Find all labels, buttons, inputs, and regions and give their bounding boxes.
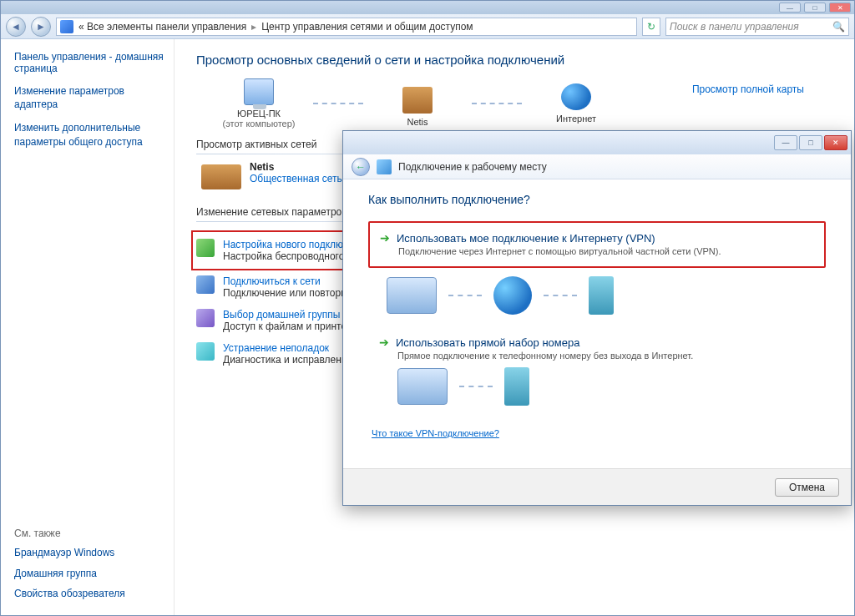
- dialog-question: Как выполнить подключение?: [368, 193, 826, 206]
- graphic-server-icon: [589, 276, 614, 315]
- search-placeholder: Поиск в панели управления: [670, 21, 799, 33]
- router-icon: [402, 87, 433, 114]
- nav-forward-button[interactable]: ►: [31, 17, 51, 37]
- network-map: ЮРЕЦ-ПК (этот компьютер) Netis Интернет: [213, 78, 622, 129]
- option-dial-title: Использовать прямой набор номера: [396, 336, 579, 349]
- dialog-title: Подключение к рабочему месту: [398, 161, 547, 173]
- network-map-row: ЮРЕЦ-ПК (этот компьютер) Netis Интернет …: [196, 78, 837, 132]
- dialog-maximize-button[interactable]: □: [799, 135, 822, 150]
- pc-sub: (этот компьютер): [222, 119, 295, 129]
- refresh-button[interactable]: ↻: [642, 18, 660, 36]
- sidebar-sharing-link[interactable]: Изменить дополнительные параметры общего…: [14, 121, 165, 148]
- map-link-line-2: [472, 103, 522, 104]
- option-use-vpn[interactable]: ➔ Использовать мое подключение к Интерне…: [368, 221, 826, 268]
- arrow-icon: ➔: [379, 336, 389, 349]
- sidebar-footer: См. также Брандмауэр Windows Домашняя гр…: [14, 528, 165, 607]
- option-vpn-title: Использовать мое подключение к Интернету…: [397, 232, 655, 245]
- breadcrumb-icon: [60, 20, 73, 33]
- node-router: Netis: [372, 80, 463, 127]
- breadcrumb[interactable]: « Все элементы панели управления ▸ Центр…: [56, 18, 637, 36]
- active-net-name: Netis: [250, 161, 342, 173]
- graphic-dash-icon: [459, 386, 493, 387]
- sidebar-ie-options-link[interactable]: Свойства обозревателя: [14, 587, 165, 600]
- dialog-body: Как выполнить подключение? ➔ Использоват…: [343, 179, 851, 448]
- dialog-footer: Отмена: [343, 468, 851, 505]
- sidebar-home-link[interactable]: Панель управления - домашняя страница: [14, 51, 165, 74]
- dialog-close-button[interactable]: ✕: [824, 135, 847, 150]
- option-direct-dial[interactable]: ➔ Использовать прямой набор номера Прямо…: [368, 326, 826, 417]
- graphic-server-icon: [504, 367, 529, 406]
- internet-label: Интернет: [556, 114, 596, 124]
- breadcrumb-separator-icon: ▸: [248, 21, 260, 33]
- what-is-vpn-link[interactable]: Что такое VPN-подключение?: [372, 428, 499, 438]
- view-full-map-link[interactable]: Просмотр полной карты: [692, 83, 804, 95]
- arrow-icon: ➔: [380, 231, 390, 245]
- option-vpn-desc: Подключение через Интернет с помощью вир…: [398, 246, 814, 256]
- graphic-dash-icon: [448, 295, 482, 296]
- breadcrumb-parent[interactable]: « Все элементы панели управления: [78, 21, 246, 33]
- pc-icon: [244, 78, 274, 105]
- new-connection-icon: [196, 239, 215, 257]
- sidebar: Панель управления - домашняя страница Из…: [1, 39, 175, 615]
- dialog-minimize-button[interactable]: —: [774, 135, 797, 150]
- vpn-graphic: [387, 276, 826, 315]
- page-title: Просмотр основных сведений о сети и наст…: [196, 53, 837, 67]
- bench-icon: [201, 164, 241, 189]
- sidebar-footer-header: См. также: [14, 528, 165, 539]
- connect-network-icon: [196, 275, 215, 294]
- workplace-connection-dialog: — □ ✕ ← Подключение к рабочему месту Как…: [342, 130, 852, 506]
- troubleshoot-icon: [196, 342, 215, 361]
- dialog-header: ← Подключение к рабочему месту: [343, 154, 851, 179]
- node-this-pc: ЮРЕЦ-ПК (этот компьютер): [213, 78, 305, 129]
- graphic-pc-icon: [387, 277, 437, 314]
- outer-close-button[interactable]: ✕: [829, 3, 851, 13]
- sidebar-adapter-link[interactable]: Изменение параметров адаптера: [14, 84, 165, 111]
- search-icon: 🔍: [832, 21, 845, 33]
- explorer-toolbar: ◄ ► « Все элементы панели управления ▸ Ц…: [1, 14, 854, 39]
- cancel-button[interactable]: Отмена: [775, 478, 839, 497]
- node-internet: Интернет: [530, 83, 622, 124]
- active-net-type[interactable]: Общественная сеть: [250, 173, 342, 184]
- option-dial-desc: Прямое подключение к телефонному номеру …: [397, 351, 815, 361]
- outer-maximize-button[interactable]: □: [804, 3, 826, 13]
- search-input[interactable]: Поиск в панели управления 🔍: [665, 18, 849, 36]
- graphic-pc-icon: [397, 368, 448, 405]
- nav-back-button[interactable]: ◄: [6, 17, 26, 37]
- sidebar-homegroup-link[interactable]: Домашняя группа: [14, 567, 165, 580]
- breadcrumb-current[interactable]: Центр управления сетями и общим доступом: [261, 21, 473, 33]
- dialog-header-icon: [377, 159, 392, 174]
- outer-minimize-button[interactable]: —: [779, 3, 801, 13]
- pc-name: ЮРЕЦ-ПК: [237, 109, 281, 119]
- router-name: Netis: [407, 117, 428, 127]
- homegroup-icon: [196, 309, 215, 327]
- globe-icon: [561, 83, 591, 110]
- dialog-back-button[interactable]: ←: [352, 158, 370, 176]
- sidebar-firewall-link[interactable]: Брандмауэр Windows: [14, 546, 165, 559]
- graphic-dash-icon: [544, 295, 577, 296]
- graphic-globe-icon: [493, 276, 532, 315]
- dial-graphic: [397, 367, 815, 406]
- map-link-line: [313, 103, 363, 104]
- outer-titlebar: — □ ✕: [1, 1, 854, 14]
- dialog-titlebar: — □ ✕: [343, 131, 851, 154]
